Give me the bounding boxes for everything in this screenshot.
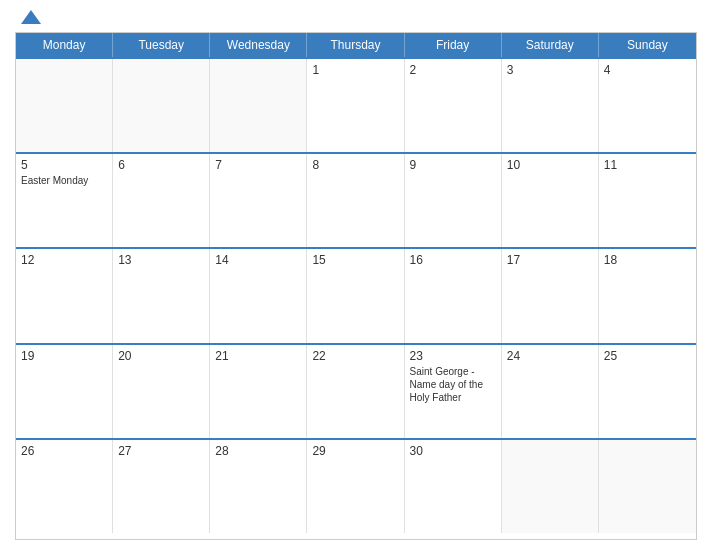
day-cell: 15 — [307, 249, 404, 342]
day-headers: MondayTuesdayWednesdayThursdayFridaySatu… — [16, 33, 696, 57]
day-cell: 20 — [113, 345, 210, 438]
week-row-1: 1234 — [16, 57, 696, 152]
day-number: 1 — [312, 63, 398, 77]
day-cell: 6 — [113, 154, 210, 247]
day-cell: 1 — [307, 59, 404, 152]
day-cell: 13 — [113, 249, 210, 342]
day-cell: 28 — [210, 440, 307, 533]
day-number: 27 — [118, 444, 204, 458]
day-cell: 22 — [307, 345, 404, 438]
day-number: 6 — [118, 158, 204, 172]
day-number: 26 — [21, 444, 107, 458]
day-cell: 14 — [210, 249, 307, 342]
day-cell: 24 — [502, 345, 599, 438]
day-number: 28 — [215, 444, 301, 458]
day-cell — [113, 59, 210, 152]
day-number: 2 — [410, 63, 496, 77]
week-row-2: 5Easter Monday67891011 — [16, 152, 696, 247]
day-cell: 12 — [16, 249, 113, 342]
day-number: 14 — [215, 253, 301, 267]
day-cell: 17 — [502, 249, 599, 342]
day-cell — [210, 59, 307, 152]
day-number: 21 — [215, 349, 301, 363]
day-cell: 2 — [405, 59, 502, 152]
day-number: 15 — [312, 253, 398, 267]
day-cell: 3 — [502, 59, 599, 152]
page: MondayTuesdayWednesdayThursdayFridaySatu… — [0, 0, 712, 550]
day-cell — [502, 440, 599, 533]
week-row-4: 1920212223Saint George - Name day of the… — [16, 343, 696, 438]
day-number: 25 — [604, 349, 691, 363]
day-cell: 16 — [405, 249, 502, 342]
day-number: 24 — [507, 349, 593, 363]
day-cell — [599, 440, 696, 533]
header — [15, 10, 697, 24]
day-number: 8 — [312, 158, 398, 172]
day-header-monday: Monday — [16, 33, 113, 57]
day-cell: 7 — [210, 154, 307, 247]
day-cell: 29 — [307, 440, 404, 533]
day-cell: 30 — [405, 440, 502, 533]
event-text: Saint George - Name day of the Holy Fath… — [410, 365, 496, 404]
day-number: 10 — [507, 158, 593, 172]
day-header-sunday: Sunday — [599, 33, 696, 57]
day-number: 17 — [507, 253, 593, 267]
day-cell — [16, 59, 113, 152]
day-number: 19 — [21, 349, 107, 363]
day-header-saturday: Saturday — [502, 33, 599, 57]
day-cell: 10 — [502, 154, 599, 247]
logo-triangle-icon — [21, 10, 41, 24]
day-cell: 25 — [599, 345, 696, 438]
day-header-wednesday: Wednesday — [210, 33, 307, 57]
day-number: 4 — [604, 63, 691, 77]
day-number: 23 — [410, 349, 496, 363]
day-cell: 21 — [210, 345, 307, 438]
day-cell: 23Saint George - Name day of the Holy Fa… — [405, 345, 502, 438]
day-number: 9 — [410, 158, 496, 172]
day-cell: 4 — [599, 59, 696, 152]
day-number: 16 — [410, 253, 496, 267]
day-cell: 26 — [16, 440, 113, 533]
day-cell: 11 — [599, 154, 696, 247]
day-number: 5 — [21, 158, 107, 172]
day-cell: 18 — [599, 249, 696, 342]
week-row-3: 12131415161718 — [16, 247, 696, 342]
logo — [20, 10, 42, 24]
day-number: 30 — [410, 444, 496, 458]
day-number: 7 — [215, 158, 301, 172]
day-cell: 9 — [405, 154, 502, 247]
day-number: 12 — [21, 253, 107, 267]
day-number: 3 — [507, 63, 593, 77]
day-header-friday: Friday — [405, 33, 502, 57]
day-number: 29 — [312, 444, 398, 458]
day-number: 18 — [604, 253, 691, 267]
day-number: 13 — [118, 253, 204, 267]
day-number: 11 — [604, 158, 691, 172]
weeks-container: 12345Easter Monday6789101112131415161718… — [16, 57, 696, 533]
event-text: Easter Monday — [21, 174, 107, 187]
calendar: MondayTuesdayWednesdayThursdayFridaySatu… — [15, 32, 697, 540]
day-cell: 27 — [113, 440, 210, 533]
day-number: 22 — [312, 349, 398, 363]
day-cell: 19 — [16, 345, 113, 438]
day-header-thursday: Thursday — [307, 33, 404, 57]
day-header-tuesday: Tuesday — [113, 33, 210, 57]
week-row-5: 2627282930 — [16, 438, 696, 533]
day-cell: 8 — [307, 154, 404, 247]
day-cell: 5Easter Monday — [16, 154, 113, 247]
day-number: 20 — [118, 349, 204, 363]
